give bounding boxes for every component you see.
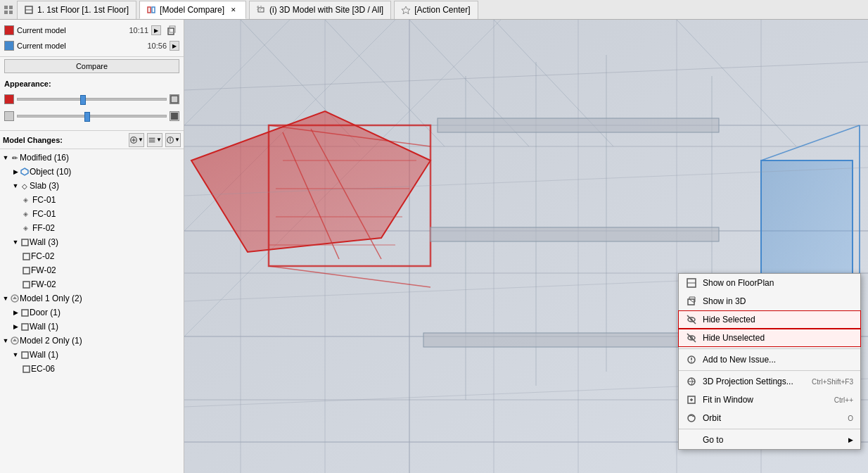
model-label-1: Current model — [17, 26, 126, 34]
tree-item-ff02[interactable]: ◈ FF-02 — [0, 221, 184, 235]
tab-floor-plan[interactable]: 1. 1st Floor [1. 1st Floor] — [17, 1, 136, 19]
svg-rect-83 — [430, 227, 719, 241]
tree-label-fc01-2: FC-01 — [32, 209, 56, 219]
context-menu-item-goto[interactable]: Go to ▶ — [679, 431, 860, 449]
context-menu-item-hide-unselected[interactable]: Hide Unselected — [678, 329, 861, 347]
tree-label-door: Door (1) — [30, 308, 60, 317]
svg-rect-82 — [438, 118, 719, 132]
tree-item-fw02-2[interactable]: FW-02 — [0, 277, 184, 291]
tree-item-fc02[interactable]: FC-02 — [0, 249, 184, 263]
context-menu-item-add-issue[interactable]: Add to New Issue... — [679, 351, 860, 369]
action-center-icon — [402, 6, 410, 14]
model-label-2: Current model — [17, 42, 144, 50]
tree-item-model2-only[interactable]: ▼ Model 2 Only (1) — [0, 334, 184, 348]
tree-label-modified: Modified (16) — [20, 153, 69, 163]
compare-button[interactable]: Compare — [4, 59, 179, 73]
add-issue-label: Add to New Issue... — [703, 355, 776, 365]
context-menu-item-3d-projection[interactable]: 3D Projection Settings... Ctrl+Shift+F3 — [679, 372, 860, 391]
floor-plan-icon — [25, 6, 33, 14]
tree-toggle-object[interactable]: ▶ — [11, 168, 20, 176]
hide-selected-icon — [686, 314, 697, 325]
hide-unselected-label: Hide Unselected — [703, 333, 765, 343]
tree-toggle-model1[interactable]: ▼ — [1, 294, 10, 303]
svg-marker-34 — [13, 339, 17, 341]
changes-toolbar-btn-2[interactable]: ▼ — [147, 133, 162, 147]
tree-item-wall3[interactable]: ▼ Wall (3) — [0, 235, 184, 249]
tree-label-object: Object (10) — [30, 167, 71, 177]
tree-item-fc01-2[interactable]: ◈ FC-01 — [0, 207, 184, 221]
fit-window-shortcut: Ctrl++ — [834, 396, 853, 404]
viewport[interactable]: Show on FloorPlan Show in 3D Hide Select… — [184, 20, 868, 473]
svg-rect-7 — [152, 7, 155, 13]
tree-label-fc02: FC-02 — [31, 251, 54, 261]
tree-item-fc01-1[interactable]: ◈ FC-01 — [0, 193, 184, 207]
tree-item-slab[interactable]: ▼ ◇ Slab (3) — [0, 179, 184, 193]
slider-thumb-2[interactable] — [84, 112, 90, 122]
tree-item-fw02-1[interactable]: FW-02 — [0, 263, 184, 277]
separator-2 — [679, 370, 860, 371]
tree-item-object[interactable]: ▶ Object (10) — [0, 165, 184, 179]
svg-rect-84 — [423, 333, 719, 347]
svg-rect-27 — [23, 267, 30, 274]
slider-track-1[interactable] — [17, 98, 167, 101]
model-time-1: 10:11 — [129, 26, 148, 34]
model-rows: Current model 10:11 ▶ Current model 10:5… — [0, 20, 184, 57]
slider-row-1 — [4, 92, 179, 106]
svg-rect-32 — [22, 324, 28, 330]
tree-view: ▼ ✏ Modified (16) ▶ Object (10) ▼ ◇ Slab… — [0, 149, 184, 473]
tree-toggle-modified[interactable]: ▼ — [1, 153, 10, 162]
tab-model-compare-close[interactable]: ✕ — [229, 5, 238, 15]
context-menu-item-show-3d[interactable]: Show in 3D — [679, 292, 860, 310]
svg-rect-36 — [23, 366, 30, 372]
goto-icon — [686, 434, 697, 446]
tab-model-compare[interactable]: [Model Compare] ✕ — [139, 1, 246, 19]
changes-toolbar-btn-1[interactable]: ▼ — [129, 133, 144, 147]
tree-label-model1-only: Model 1 Only (2) — [20, 294, 82, 303]
tree-item-model1-only[interactable]: ▼ Model 1 Only (2) — [0, 291, 184, 305]
tree-item-door[interactable]: ▶ Door (1) — [0, 305, 184, 320]
model-copy-icon-1[interactable] — [164, 23, 179, 38]
tree-label-wall1-m1: Wall (1) — [30, 322, 58, 332]
tree-label-fw02-2: FW-02 — [31, 279, 56, 289]
tree-item-wall1-m1[interactable]: ▶ Wall (1) — [0, 320, 184, 334]
appearance-section: Appearance: — [0, 75, 184, 131]
eye-icon-fc01-1[interactable]: ◈ — [21, 196, 30, 204]
tab-floor-plan-label: 1. 1st Floor [1. 1st Floor] — [37, 5, 129, 15]
context-menu-item-show-floorplan[interactable]: Show on FloorPlan — [679, 274, 860, 292]
svg-rect-28 — [23, 282, 30, 288]
fw02-1-icon — [21, 265, 31, 275]
tree-toggle-wall1-m2[interactable]: ▼ — [11, 351, 20, 359]
goto-submenu-arrow: ▶ — [848, 436, 853, 443]
model-arrow-1[interactable]: ▶ — [151, 25, 161, 35]
tree-label-ff02: FF-02 — [32, 223, 55, 233]
eye-icon-fc01-2[interactable]: ◈ — [21, 210, 30, 218]
tree-toggle-door[interactable]: ▶ — [11, 308, 20, 317]
tree-label-model2-only: Model 2 Only (1) — [20, 336, 82, 346]
slider-track-2[interactable] — [17, 115, 167, 118]
tab-action-center[interactable]: [Action Center] — [394, 1, 478, 19]
tab-3d-model[interactable]: (i) 3D Model with Site [3D / All] — [249, 1, 391, 19]
tree-toggle-slab[interactable]: ▼ — [11, 182, 20, 190]
context-menu-item-fit-window[interactable]: Fit in Window Ctrl++ — [679, 391, 860, 409]
changes-title: Model Changes: — [3, 136, 126, 144]
tree-toggle-wall3[interactable]: ▼ — [11, 238, 20, 246]
main-area: Current model 10:11 ▶ Current model 10:5… — [0, 20, 868, 473]
slider-thumb-1[interactable] — [80, 95, 86, 105]
context-menu-item-hide-selected[interactable]: Hide Selected — [678, 310, 861, 329]
slider-row-2 — [4, 109, 179, 123]
3d-projection-shortcut: Ctrl+Shift+F3 — [812, 378, 853, 386]
tree-toggle-model2[interactable]: ▼ — [1, 336, 10, 345]
tree-item-modified[interactable]: ▼ ✏ Modified (16) — [0, 151, 184, 165]
3d-projection-label: 3D Projection Settings... — [703, 377, 793, 386]
svg-rect-12 — [170, 26, 175, 32]
context-menu-item-orbit[interactable]: Orbit O — [679, 409, 860, 427]
model1-only-icon — [10, 294, 20, 303]
tree-item-ec06[interactable]: EC-06 — [0, 362, 184, 376]
tree-toggle-wall1-m1[interactable]: ▶ — [11, 322, 20, 331]
tree-item-wall1-m2[interactable]: ▼ Wall (1) — [0, 348, 184, 362]
model-arrow-2[interactable]: ▶ — [170, 41, 179, 51]
tab-action-center-label: [Action Center] — [414, 5, 470, 15]
eye-icon-ff02[interactable]: ◈ — [21, 224, 30, 232]
changes-toolbar-btn-3[interactable]: ▼ — [165, 133, 181, 147]
svg-marker-10 — [402, 6, 410, 14]
